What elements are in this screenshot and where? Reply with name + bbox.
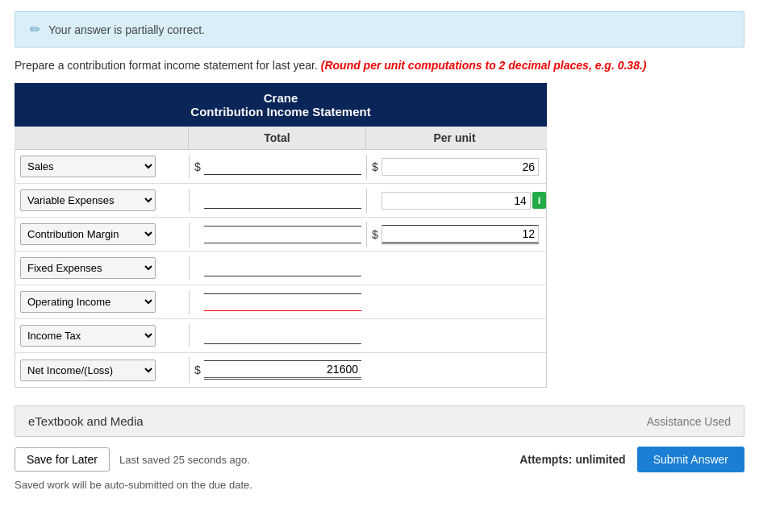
pencil-icon: ✏: [30, 22, 40, 37]
total-cell: $: [189, 222, 366, 247]
total-cell: $: [189, 256, 366, 280]
income-statement-table: Crane Contribution Income Statement Tota…: [15, 83, 547, 388]
table-row: Sales $ $: [15, 150, 546, 184]
perunit-cell: $ i: [366, 189, 544, 213]
label-cell: Operating Income: [15, 288, 189, 316]
company-name: Crane: [23, 91, 539, 105]
table-row: Fixed Expenses $: [15, 251, 546, 285]
footer-bar: Save for Later Last saved 25 seconds ago…: [0, 437, 759, 479]
total-cell: $: [189, 155, 366, 178]
table-row: Operating Income $: [15, 285, 546, 319]
total-input[interactable]: [204, 360, 361, 380]
total-input[interactable]: [204, 158, 361, 175]
etextbook-label: eTextbook and Media: [28, 414, 144, 428]
total-input[interactable]: [204, 260, 361, 276]
table-row: Net Income/(Loss) $: [15, 353, 546, 387]
last-saved-text: Last saved 25 seconds ago.: [119, 454, 250, 466]
instruction-text: Prepare a contribution format income sta…: [15, 59, 744, 72]
label-cell: Variable Expenses: [15, 186, 189, 214]
footer-left: Save for Later Last saved 25 seconds ago…: [15, 447, 250, 472]
alert-message: Your answer is partially correct.: [48, 23, 205, 36]
total-input[interactable]: [204, 226, 361, 243]
perunit-cell: $: [366, 222, 544, 247]
etextbook-bar: eTextbook and Media Assistance Used: [15, 405, 744, 437]
total-input[interactable]: [204, 327, 361, 344]
row-label-select[interactable]: Fixed Expenses: [20, 257, 156, 279]
total-input[interactable]: [204, 293, 361, 311]
row-label-select[interactable]: Variable Expenses: [20, 189, 156, 211]
total-cell: $: [189, 290, 366, 314]
row-label-select[interactable]: Sales: [20, 156, 156, 177]
row-label-select[interactable]: Contribution Margin: [20, 223, 156, 245]
col-total-header: Total: [188, 127, 365, 149]
perunit-input[interactable]: [382, 192, 531, 210]
table-row: Contribution Margin $ $: [15, 218, 546, 251]
row-label-select[interactable]: Net Income/(Loss): [20, 360, 156, 381]
label-cell: Fixed Expenses: [15, 254, 189, 282]
column-headers: Total Per unit: [15, 127, 547, 150]
bottom-section: eTextbook and Media Assistance Used: [15, 405, 744, 437]
etextbook-bar-wrapper: eTextbook and Media Assistance Used: [15, 405, 744, 437]
perunit-cell: $: [366, 155, 544, 179]
col-perunit-header: Per unit: [365, 127, 543, 149]
total-cell: $: [189, 357, 366, 383]
perunit-input[interactable]: [382, 225, 539, 244]
row-label-select[interactable]: Income Tax: [20, 325, 156, 347]
row-label-select[interactable]: Operating Income: [20, 291, 156, 313]
label-cell: Net Income/(Loss): [15, 356, 189, 384]
total-input[interactable]: [204, 192, 361, 209]
label-cell: Contribution Margin: [15, 220, 189, 248]
table-body: Sales $ $ Variable Expenses $: [15, 150, 547, 388]
round-note: (Round per unit computations to 2 decima…: [321, 59, 647, 72]
label-cell: Income Tax: [15, 322, 189, 350]
total-cell: $: [189, 189, 366, 212]
submit-answer-button[interactable]: Submit Answer: [637, 447, 744, 472]
statement-title: Contribution Income Statement: [23, 105, 539, 118]
table-row: Income Tax $: [15, 319, 546, 353]
assistance-label: Assistance Used: [647, 415, 731, 428]
save-for-later-button[interactable]: Save for Later: [15, 447, 110, 472]
label-cell: Sales: [15, 152, 189, 181]
partial-correct-alert: ✏ Your answer is partially correct.: [15, 11, 744, 48]
attempts-label: Attempts: unlimited: [519, 453, 625, 466]
info-button[interactable]: i: [532, 192, 547, 209]
total-cell: $: [189, 324, 366, 347]
autosave-note: Saved work will be auto-submitted on the…: [0, 479, 759, 499]
table-row: Variable Expenses $ $ i: [15, 184, 546, 218]
perunit-input[interactable]: [382, 158, 539, 176]
table-header: Crane Contribution Income Statement: [15, 83, 547, 127]
footer-right: Attempts: unlimited Submit Answer: [519, 447, 744, 472]
